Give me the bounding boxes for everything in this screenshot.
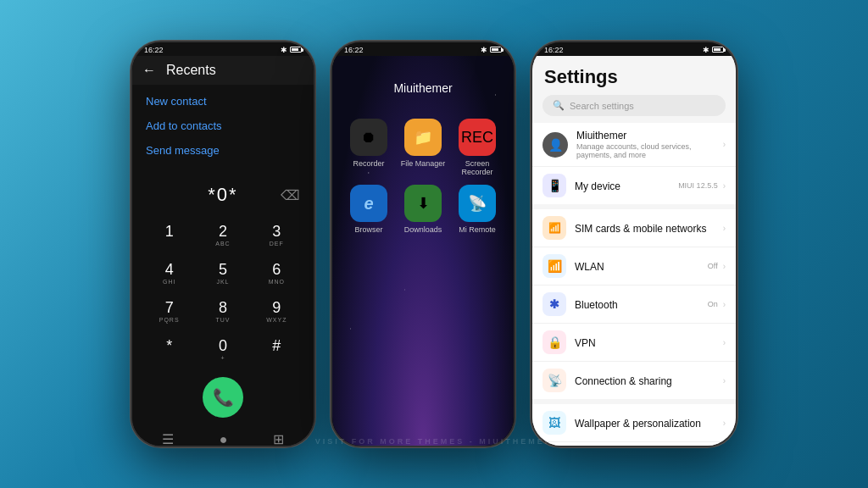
wlan-chevron-icon: › [723,262,726,271]
phone1-title: Recents [166,63,216,78]
phone1-bt-icon: ✱ [281,46,287,54]
dial-key-4[interactable]: 4GHI [142,254,196,292]
app-miremote[interactable]: 📡 Mi Remote [454,185,500,234]
sim-chevron-icon: › [723,224,726,233]
user-sub: Manage accounts, cloud services, payment… [576,142,723,159]
app-screenrecorder[interactable]: REC Screen Recorder [454,119,500,176]
settings-bluetooth-item[interactable]: ✱ Bluetooth On › [532,286,736,324]
app-browser[interactable]: e Browser [346,185,392,234]
app-miremote-label: Mi Remote [459,225,496,234]
bluetooth-status: On [708,300,718,308]
dial-key-1[interactable]: 1 [142,216,196,254]
add-to-contacts-action[interactable]: Add to contacts [146,119,300,132]
device-version: MIUI 12.5.5 [678,181,718,190]
send-message-action[interactable]: Send message [146,144,300,157]
user-avatar: 👤 [542,132,568,158]
bluetooth-chevron-icon: › [723,300,726,309]
settings-lockscreen-item[interactable]: 🔆 Always-on display & Lock screen › [532,442,736,446]
app-recorder-label: Recorder [353,159,384,168]
wlan-text: WLAN [575,258,708,274]
phone3-bt-icon: ✱ [703,46,709,54]
dialer-number: *0* [208,184,237,206]
settings-search-bar[interactable]: 🔍 Search settings [542,95,726,116]
wlan-label: WLAN [575,261,604,273]
phone1-status-bar: 16:22 ✱ [132,42,314,56]
nav-dialpad-icon[interactable]: ⊞ [273,431,284,446]
settings-sim-item[interactable]: 📶 SIM cards & mobile networks › [532,209,736,247]
bluetooth-icon: ✱ [542,292,566,316]
phone3-time: 16:22 [544,46,564,54]
dial-key-5[interactable]: 5JKL [196,254,249,292]
dial-key-7[interactable]: 7PQRS [142,292,196,330]
nav-home-icon[interactable]: ● [220,432,228,446]
delete-icon[interactable]: ⌫ [281,187,300,203]
dial-key-hash[interactable]: # [250,330,303,369]
settings-user-text: Miuithemer Manage accounts, cloud servic… [576,130,723,159]
dial-key-0[interactable]: 0+ [196,330,249,369]
back-icon[interactable]: ← [142,63,156,78]
phone-3: 16:22 ✱ Settings 🔍 Search settings 👤 [531,41,737,447]
phone2-battery [490,46,502,54]
settings-account-section: 👤 Miuithemer Manage accounts, cloud serv… [532,123,736,204]
sim-text: SIM cards & mobile networks [575,220,723,236]
wlan-icon: 📶 [542,254,566,278]
recents-actions: New contact Add to contacts Send message [132,85,314,167]
settings-sharing-item[interactable]: 📡 Connection & sharing › [532,362,736,399]
new-contact-action[interactable]: New contact [146,95,300,108]
search-icon: 🔍 [553,100,565,111]
app-filemanager[interactable]: 📁 File Manager [400,119,446,176]
phone-1: 16:22 ✱ ← Recents New contact Add to con… [131,41,315,447]
phone2-status-bar: 16:22 ✱ [332,42,514,56]
user-name: Miuithemer [576,130,723,141]
settings-user-item[interactable]: 👤 Miuithemer Manage accounts, cloud serv… [532,123,736,167]
nav-menu-icon[interactable]: ☰ [162,431,174,446]
bluetooth-text: Bluetooth [575,297,708,312]
dial-key-9[interactable]: 9WXYZ [250,292,303,330]
dial-key-3[interactable]: 3DEF [250,216,303,254]
app-browser-label: Browser [354,225,382,234]
vpn-text: VPN [575,335,723,350]
wallpaper-text: Wallpaper & personalization [575,415,723,430]
sharing-icon: 📡 [542,369,566,392]
dial-key-star[interactable]: * [142,330,196,369]
phone3-screen: Settings 🔍 Search settings 👤 Miuithemer … [532,56,736,446]
device-label: My device [575,180,620,192]
app-downloads-label: Downloads [404,225,442,234]
settings-network-section: 📶 SIM cards & mobile networks › 📶 WLAN O… [532,209,736,399]
app-recorder[interactable]: ⏺ Recorder [346,119,392,176]
sim-icon: 📶 [542,216,566,240]
dialer-grid: 1 2ABC 3DEF 4GHI 5JKL 6MNO 7PQRS 8TUV 9W… [132,213,314,372]
dial-key-8[interactable]: 8TUV [196,292,249,330]
settings-vpn-item[interactable]: 🔒 VPN › [532,324,736,362]
sharing-label: Connection & sharing [575,375,672,387]
bluetooth-label: Bluetooth [575,299,618,311]
wallpaper-icon: 🖼 [542,411,566,435]
phone3-status-right: ✱ [703,46,724,54]
vpn-label: VPN [575,337,596,349]
wlan-status: Off [708,262,718,270]
app-recorder-icon: ⏺ [350,119,387,156]
settings-title: Settings [532,56,736,95]
phone2-greeting: Miuithemer [332,56,514,112]
app-downloads[interactable]: ⬇ Downloads [400,185,446,234]
settings-wlan-item[interactable]: 📶 WLAN Off › [532,247,736,286]
app-browser-icon: e [350,185,387,222]
device-chevron-icon: › [723,181,726,191]
settings-wallpaper-item[interactable]: 🖼 Wallpaper & personalization › [532,404,736,442]
wallpaper-label: Wallpaper & personalization [575,418,701,430]
phone2-content: Miuithemer ⏺ Recorder 📁 File Manager REC… [332,56,514,446]
settings-mydevice-item[interactable]: 📱 My device MIUI 12.5.5 › [532,167,736,204]
phone1-time: 16:22 [144,46,164,54]
vpn-chevron-icon: › [723,338,726,347]
phone3-battery [712,46,724,54]
spacer-right [259,380,292,414]
search-placeholder: Search settings [570,101,634,111]
app-screenrecorder-icon: REC [459,119,496,156]
app-screenrecorder-label: Screen Recorder [454,159,500,176]
device-icon: 📱 [542,174,566,197]
dial-key-6[interactable]: 6MNO [250,254,303,292]
vpn-icon: 🔒 [542,330,566,354]
dial-key-2[interactable]: 2ABC [196,216,249,254]
call-button[interactable]: 📞 [203,377,243,418]
phone3-status-bar: 16:22 ✱ [532,42,736,56]
